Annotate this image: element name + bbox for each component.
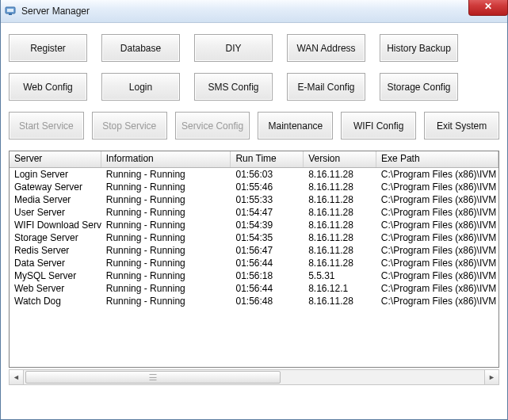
col-header-version[interactable]: Version — [304, 151, 376, 167]
table-header-row: Server Information Run Time Version Exe … — [10, 151, 498, 168]
table-cell: 8.16.11.28 — [304, 181, 376, 193]
table-cell: Login Server — [10, 168, 101, 181]
table-row[interactable]: Gateway ServerRunning - Running01:55:468… — [10, 181, 498, 193]
table-cell: Running - Running — [101, 282, 231, 295]
table-cell: C:\Program Files (x86)\IVM — [376, 219, 498, 231]
table-row[interactable]: Watch DogRunning - Running01:56:488.16.1… — [10, 295, 498, 307]
table-row[interactable]: WIFI Download ServerRunning - Running01:… — [10, 219, 498, 231]
table-cell: 01:56:18 — [231, 269, 304, 282]
button-row-3: Start ServiceStop ServiceService ConfigM… — [9, 112, 499, 139]
table-cell: 01:55:33 — [231, 193, 304, 206]
scroll-thumb[interactable] — [25, 371, 281, 384]
table-row[interactable]: User ServerRunning - Running01:54:478.16… — [10, 206, 498, 219]
table-cell: 01:56:48 — [231, 295, 304, 307]
table-cell: C:\Program Files (x86)\IVM — [376, 244, 498, 257]
table-row[interactable]: Media ServerRunning - Running01:55:338.1… — [10, 193, 498, 206]
table-cell: Redis Server — [10, 244, 101, 257]
table-cell: Running - Running — [101, 219, 231, 231]
table-cell: Watch Dog — [10, 295, 101, 307]
col-header-information[interactable]: Information — [101, 151, 231, 167]
table-row[interactable]: Web ServerRunning - Running01:56:448.16.… — [10, 282, 498, 295]
email-config-button[interactable]: E-Mail Config — [287, 73, 365, 101]
table-cell: C:\Program Files (x86)\IVM — [376, 181, 498, 193]
table-cell: 8.16.11.28 — [304, 231, 376, 244]
table-cell: Storage Server — [10, 231, 101, 244]
table-cell: C:\Program Files (x86)\IVM — [376, 269, 498, 282]
table-cell: 8.16.11.28 — [304, 257, 376, 269]
table-cell: 01:56:03 — [231, 168, 304, 181]
wan-address-button[interactable]: WAN Address — [287, 34, 365, 62]
table-cell: 8.16.11.28 — [304, 168, 376, 181]
table-cell: 8.16.11.28 — [304, 206, 376, 219]
table-cell: Running - Running — [101, 269, 231, 282]
table-cell: Running - Running — [101, 244, 231, 257]
login-button[interactable]: Login — [101, 73, 180, 101]
table-cell: 01:54:47 — [231, 206, 304, 219]
table-cell: 01:55:46 — [231, 181, 304, 193]
close-button[interactable]: ✕ — [468, 0, 508, 16]
diy-button[interactable]: DIY — [194, 34, 273, 62]
button-row-1: RegisterDatabaseDIYWAN AddressHistory Ba… — [9, 34, 499, 62]
scroll-grip-icon — [149, 374, 156, 380]
sms-config-button[interactable]: SMS Config — [194, 73, 273, 101]
title-bar: Server Manager ✕ — [1, 0, 507, 23]
col-header-server[interactable]: Server — [10, 151, 101, 167]
table-row[interactable]: MySQL ServerRunning - Running01:56:185.5… — [10, 269, 498, 282]
scroll-right-arrow-icon[interactable]: ► — [484, 370, 498, 384]
start-service-button: Start Service — [9, 112, 84, 139]
table-row[interactable]: Login ServerRunning - Running01:56:038.1… — [10, 168, 498, 181]
table-cell: 8.16.11.28 — [304, 295, 376, 307]
table-cell: Running - Running — [101, 257, 231, 269]
table-cell: 01:56:44 — [231, 282, 304, 295]
table-cell: C:\Program Files (x86)\IVM — [376, 231, 498, 244]
table-cell: C:\Program Files (x86)\IVM — [376, 168, 498, 181]
table-cell: C:\Program Files (x86)\IVM — [376, 295, 498, 307]
stop-service-button: Stop Service — [92, 112, 167, 139]
window-title: Server Manager — [21, 6, 90, 17]
table-cell: 8.16.12.1 — [304, 282, 376, 295]
scroll-left-arrow-icon[interactable]: ◄ — [10, 370, 24, 384]
scroll-track[interactable] — [24, 370, 484, 384]
storage-config-button[interactable]: Storage Config — [380, 73, 458, 101]
table-cell: 8.16.11.28 — [304, 219, 376, 231]
table-cell: Data Server — [10, 257, 101, 269]
table-cell: WIFI Download Server — [10, 219, 101, 231]
table-cell: 01:56:44 — [231, 257, 304, 269]
table-cell: 5.5.31 — [304, 269, 376, 282]
table-cell: 01:54:35 — [231, 231, 304, 244]
client-area: RegisterDatabaseDIYWAN AddressHistory Ba… — [1, 23, 507, 393]
table-cell: Web Server — [10, 282, 101, 295]
svg-rect-1 — [7, 9, 13, 12]
col-header-runtime[interactable]: Run Time — [231, 151, 304, 167]
table-cell: 8.16.11.28 — [304, 193, 376, 206]
table-cell: 8.16.11.28 — [304, 244, 376, 257]
app-icon — [4, 5, 17, 17]
svg-rect-2 — [9, 13, 12, 15]
history-backup-button[interactable]: History Backup — [380, 34, 458, 62]
server-table: Server Information Run Time Version Exe … — [9, 151, 499, 368]
horizontal-scrollbar[interactable]: ◄ ► — [9, 369, 499, 385]
table-cell: Running - Running — [101, 193, 231, 206]
table-row[interactable]: Data ServerRunning - Running01:56:448.16… — [10, 257, 498, 269]
table-row[interactable]: Redis ServerRunning - Running01:56:478.1… — [10, 244, 498, 257]
table-cell: Gateway Server — [10, 181, 101, 193]
table-cell: Running - Running — [101, 295, 231, 307]
col-header-exepath[interactable]: Exe Path — [376, 151, 498, 167]
wifi-config-button[interactable]: WIFI Config — [341, 112, 416, 139]
exit-system-button[interactable]: Exit System — [424, 112, 499, 139]
table-cell: User Server — [10, 206, 101, 219]
database-button[interactable]: Database — [101, 34, 180, 62]
table-cell: C:\Program Files (x86)\IVM — [376, 206, 498, 219]
table-cell: 01:56:47 — [231, 244, 304, 257]
app-window: Server Manager ✕ RegisterDatabaseDIYWAN … — [0, 0, 508, 420]
table-cell: Running - Running — [101, 231, 231, 244]
maintenance-button[interactable]: Maintenance — [258, 112, 333, 139]
register-button[interactable]: Register — [9, 34, 87, 62]
table-body: Login ServerRunning - Running01:56:038.1… — [10, 168, 498, 366]
table-row[interactable]: Storage ServerRunning - Running01:54:358… — [10, 231, 498, 244]
button-row-2: Web ConfigLoginSMS ConfigE-Mail ConfigSt… — [9, 73, 499, 101]
table-cell: MySQL Server — [10, 269, 101, 282]
table-cell: C:\Program Files (x86)\IVM — [376, 282, 498, 295]
table-cell: Running - Running — [101, 168, 231, 181]
web-config-button[interactable]: Web Config — [9, 73, 87, 101]
